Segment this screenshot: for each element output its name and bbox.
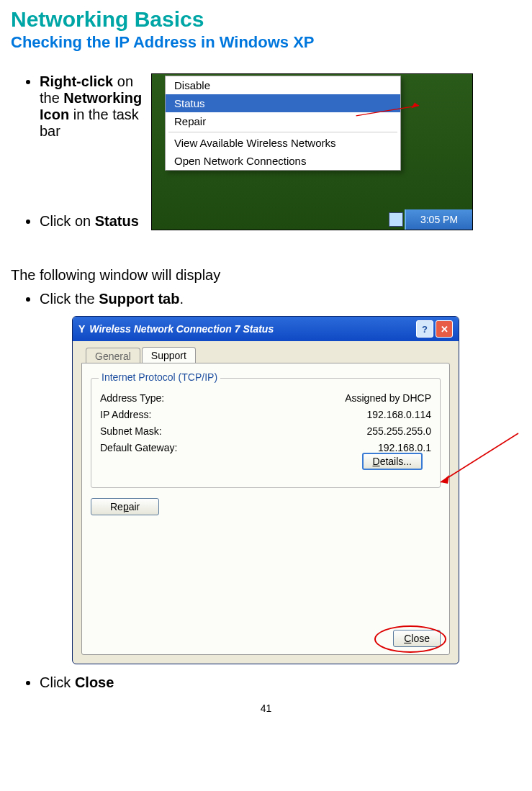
page-subtitle: Checking the IP Address in Windows XP [11,33,521,52]
tray-network-icon[interactable] [389,212,403,227]
wireless-icon: Y [78,323,85,335]
svg-line-2 [441,433,518,482]
annotation-arrow-icon [433,432,520,497]
mask-value: 255.255.255.0 [366,425,431,437]
gw-value: 192.168.0.1 [378,442,431,453]
step-3: Click the Support tab. [40,291,521,307]
status-dialog: Y Wireless Network Connection 7 Status ?… [72,316,459,664]
step4-text: Click [40,674,75,690]
tcpip-group: Internet Protocol (TCP/IP) Address Type:… [91,378,441,488]
taskbar-clock: 3:05 PM [405,209,472,230]
ip-label: IP Address: [100,409,151,420]
step2-bold: Status [95,213,139,229]
step-1: Right-click on the Networking Icon in th… [40,73,151,140]
tab-support[interactable]: Support [142,347,196,363]
group-title: Internet Protocol (TCP/IP) [99,371,220,383]
svg-marker-3 [441,475,449,484]
step-4: Click Close [40,674,521,691]
gw-label: Default Gateway: [100,442,177,453]
addr-type-value: Assigned by DHCP [345,392,431,404]
addr-type-label: Address Type: [100,392,164,404]
dialog-title: Wireless Network Connection 7 Status [89,323,274,335]
tab-general[interactable]: General [86,348,140,364]
help-button[interactable]: ? [416,320,433,338]
details-button[interactable]: Details... [362,453,423,470]
step1-bold1: Right-click [40,73,113,89]
support-panel: Internet Protocol (TCP/IP) Address Type:… [81,363,450,655]
step3-text1: Click the [40,291,99,307]
repair-button[interactable]: Repair [91,498,159,515]
menu-separator [168,132,397,132]
page-title: Networking Basics [11,7,521,32]
menu-item-disable[interactable]: Disable [166,76,400,94]
close-button[interactable]: Close [393,630,441,647]
mask-label: Subnet Mask: [100,425,162,437]
close-x-button[interactable]: ✕ [436,320,453,338]
menu-item-view-networks[interactable]: View Available Wireless Networks [166,134,400,152]
step4-bold: Close [75,674,114,690]
context-menu-screenshot: Disable Status Repair View Available Wir… [151,73,473,230]
menu-item-repair[interactable]: Repair [166,112,400,130]
step3-post: . [179,291,184,307]
page-number: 41 [11,702,521,714]
context-menu: Disable Status Repair View Available Wir… [165,76,401,171]
step2-text: Click on [40,213,95,229]
menu-item-open-connections[interactable]: Open Network Connections [166,152,400,170]
middle-text: The following window will display [11,267,521,284]
ip-value: 192.168.0.114 [366,409,431,420]
menu-item-status[interactable]: Status [166,94,400,112]
step-2: Click on Status [40,213,151,230]
tab-strip: General Support [81,347,450,363]
dialog-titlebar: Y Wireless Network Connection 7 Status ?… [73,317,459,341]
step3-bold: Support tab [99,291,179,307]
